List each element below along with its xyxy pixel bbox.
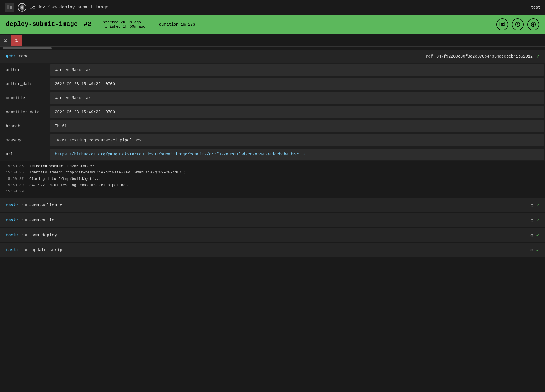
key-author: author [0, 64, 50, 76]
user-label[interactable]: test [531, 5, 540, 10]
comment-button[interactable] [496, 18, 508, 30]
task-bar-update: task: run-update-script ⚙ ✓ [0, 243, 545, 257]
scroll-area [0, 47, 545, 50]
key-branch: branch [0, 120, 50, 132]
nav-code-icon: <> [52, 5, 57, 10]
gear-icon-4[interactable]: ⚙ [531, 247, 534, 253]
resource-row-author-date: author_date 2022-06-23 15:49:22 -0700 [0, 77, 545, 91]
log-time-4: 15:50:39 [6, 182, 26, 188]
log-time-5: 15:50:39 [6, 188, 26, 195]
task-actions-4: ⚙ ✓ [531, 247, 539, 253]
check-2: ✓ [536, 217, 539, 223]
url-link[interactable]: https://bitbucket.org/pmmquickstartguide… [55, 152, 305, 157]
nav-pipeline-icon: ⎇ [30, 5, 35, 10]
check-1: ✓ [536, 202, 539, 208]
resource-row-committer-date: committer_date 2022-06-23 15:49:22 -0700 [0, 105, 545, 119]
key-message: message [0, 134, 50, 146]
key-committer-date: committer_date [0, 106, 50, 118]
pipeline-finished: finished 1h 59m ago [103, 24, 145, 29]
log-line-4: 15:50:39 847f922 IM-61 testing concourse… [6, 182, 539, 188]
val-url[interactable]: https://bitbucket.org/pmmquickstartguide… [50, 149, 544, 160]
log-text-1: selected worker: bd2b5afd0ac7 [29, 163, 94, 169]
add-build-button[interactable] [527, 18, 539, 30]
resource-row-url: url https://bitbucket.org/pmmquickstartg… [0, 147, 545, 161]
val-message: IM-61 testing concourse-ci pipelines [50, 134, 544, 146]
build-tab-1[interactable]: 1 [11, 35, 22, 46]
resource-row-message: message IM-61 testing concourse-ci pipel… [0, 133, 545, 147]
task-actions-2: ⚙ ✓ [531, 217, 539, 223]
val-author: Warren Marusiak [50, 64, 544, 76]
task-label-2: task: [6, 218, 19, 223]
task-name-1: run-sam-validate [21, 203, 62, 208]
task-bar-deploy: task: run-sam-deploy ⚙ ✓ [0, 228, 545, 242]
task-label-3: task: [6, 233, 19, 238]
val-branch: IM-61 [50, 120, 544, 132]
rerun-button[interactable] [512, 18, 524, 30]
task-actions-1: ⚙ ✓ [531, 202, 539, 208]
log-time-3: 15:50:37 [6, 176, 26, 182]
log-time-2: 15:50:36 [6, 169, 26, 176]
log-text-4: 847f922 IM-61 testing concourse-ci pipel… [29, 182, 128, 188]
resource-table: author Warren Marusiak author_date 2022-… [0, 63, 545, 161]
scroll-thumb[interactable] [3, 47, 52, 49]
get-section-right: ref 847f92289c80f3d2c878b44334dcebeb41b6… [426, 53, 539, 60]
key-url: url [0, 149, 50, 160]
build-tab-2[interactable]: 2 [0, 35, 11, 46]
task-name-3: run-sam-deploy [21, 233, 57, 238]
resource-row-author: author Warren Marusiak [0, 63, 545, 77]
task-bar-build: task: run-sam-build ⚙ ✓ [0, 213, 545, 227]
svg-rect-2 [10, 7, 12, 8]
nav-sep1: / [47, 5, 50, 10]
svg-rect-1 [10, 6, 12, 7]
task-name-2: run-sam-build [21, 218, 54, 223]
get-label: get: [6, 54, 16, 59]
svg-rect-0 [7, 5, 9, 9]
log-line-1: 15:50:35 selected worker: bd2b5afd0ac7 [6, 163, 539, 169]
pipeline-header: deploy-submit-image #2 started 2h 0m ago… [0, 15, 545, 34]
ref-hash: 847f92289c80f3d2c878b44334dcebeb41b62912 [436, 54, 533, 59]
pipeline-actions [496, 18, 539, 30]
val-committer-date: 2022-06-23 15:49:22 -0700 [50, 106, 544, 118]
nav-pipeline[interactable]: deploy-submit-image [59, 5, 108, 10]
pipeline-title: deploy-submit-image #2 [6, 21, 91, 28]
key-committer: committer [0, 92, 50, 104]
get-resource-name: repo [18, 54, 29, 59]
pipeline-meta: started 2h 0m ago finished 1h 59m ago [103, 20, 145, 29]
gear-icon-1[interactable]: ⚙ [531, 202, 534, 208]
pipeline-build-number: #2 [84, 21, 91, 28]
log-text-2: Identity added: /tmp/git-resource-privat… [29, 169, 186, 176]
task-label-1: task: [6, 203, 19, 208]
svg-rect-3 [10, 8, 12, 9]
resource-row-branch: branch IM-61 [0, 119, 545, 133]
get-section-header: get: repo ref 847f92289c80f3d2c878b44334… [0, 50, 545, 63]
concourse-logo [17, 3, 27, 12]
val-author-date: 2022-06-23 15:49:22 -0700 [50, 78, 544, 90]
task-name-4: run-update-script [21, 248, 65, 253]
main-content: get: repo ref 847f92289c80f3d2c878b44334… [0, 50, 545, 257]
resource-row-committer: committer Warren Marusiak [0, 91, 545, 105]
pipeline-title-text: deploy-submit-image [6, 21, 78, 28]
log-text-3: Cloning into '/tmp/build/get'... [29, 176, 101, 182]
gear-icon-2[interactable]: ⚙ [531, 217, 534, 223]
task-bar-validate: task: run-sam-validate ⚙ ✓ [0, 198, 545, 212]
sidebar-toggle-button[interactable] [5, 3, 14, 12]
get-checkmark: ✓ [536, 53, 539, 60]
log-line-2: 15:50:36 Identity added: /tmp/git-resour… [6, 169, 539, 176]
key-author-date: author_date [0, 78, 50, 90]
breadcrumb: ⎇ dev / <> deploy-submit-image [30, 5, 108, 10]
build-tabs: 2 1 [0, 34, 545, 47]
check-3: ✓ [536, 232, 539, 238]
gear-icon-3[interactable]: ⚙ [531, 232, 534, 238]
log-line-3: 15:50:37 Cloning into '/tmp/build/get'..… [6, 176, 539, 182]
check-4: ✓ [536, 247, 539, 253]
nav-team[interactable]: dev [37, 5, 45, 10]
top-nav: ⎇ dev / <> deploy-submit-image test [0, 0, 545, 15]
nav-left: ⎇ dev / <> deploy-submit-image [5, 3, 531, 12]
task-actions-3: ⚙ ✓ [531, 232, 539, 238]
log-section: 15:50:35 selected worker: bd2b5afd0ac7 1… [0, 161, 545, 198]
val-committer: Warren Marusiak [50, 92, 544, 104]
task-label-4: task: [6, 248, 19, 253]
log-time-1: 15:50:35 [6, 163, 26, 169]
pipeline-duration: duration 1m 27s [159, 22, 195, 27]
svg-point-5 [21, 6, 23, 9]
